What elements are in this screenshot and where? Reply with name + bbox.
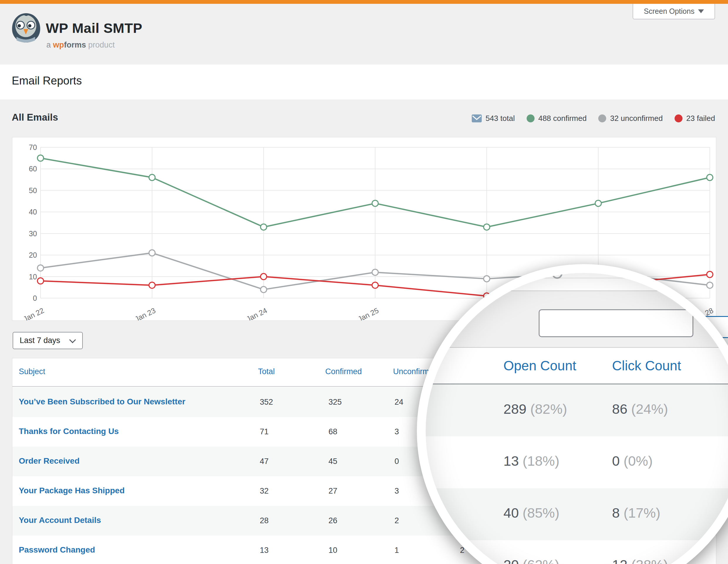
subject-link[interactable]: Your Account Details — [19, 516, 101, 525]
magnified-header-row: Open Count Click Count — [426, 348, 728, 384]
unconfirmed-data-point[interactable] — [484, 276, 490, 282]
magnified-table-row: 13 (18%)0 (0%) — [426, 436, 728, 488]
unconfirmed-data-point[interactable] — [261, 286, 267, 292]
cell-click-count: 8 (17%) — [612, 505, 660, 521]
svg-text:70: 70 — [29, 143, 37, 152]
envelope-icon — [472, 115, 482, 122]
cell-total: 71 — [260, 427, 269, 436]
cell-unconfirmed: 3 — [395, 427, 399, 436]
failed-data-point[interactable] — [707, 272, 713, 278]
unconfirmed-data-point[interactable] — [38, 265, 44, 271]
tagline-forms: forms — [64, 41, 86, 49]
confirmed-dot-icon — [527, 115, 535, 122]
subject-link[interactable]: You’ve Been Subscribed to Our Newsletter — [19, 397, 185, 406]
column-header-confirmed[interactable]: Confirmed — [325, 367, 362, 376]
column-header-subject[interactable]: Subject — [19, 367, 45, 376]
svg-text:Jan 22: Jan 22 — [22, 306, 45, 320]
cell-total: 47 — [260, 457, 269, 466]
unconfirmed-data-point[interactable] — [372, 269, 378, 275]
unconfirmed-data-point[interactable] — [707, 282, 713, 288]
search-input[interactable] — [539, 309, 693, 337]
confirmed-data-point[interactable] — [149, 174, 155, 181]
chart-legend: 543 total 488 confirmed 32 unconfirmed 2… — [472, 114, 715, 123]
svg-text:30: 30 — [29, 230, 37, 238]
confirmed-data-point[interactable] — [595, 200, 601, 206]
cell-confirmed: 27 — [328, 486, 337, 496]
subject-link[interactable]: Password Changed — [19, 545, 95, 555]
column-header-click-count[interactable]: Click Count — [612, 358, 681, 373]
magnified-table-row: 289 (82%)86 (24%) — [426, 384, 728, 436]
chevron-down-icon — [698, 9, 704, 13]
svg-text:Jan 23: Jan 23 — [133, 306, 157, 320]
brand-top-bar — [0, 0, 728, 4]
failed-data-point[interactable] — [38, 278, 44, 284]
tagline-wp: wp — [53, 41, 64, 49]
cell-open-count: 40 (85%) — [503, 505, 560, 521]
cell-unconfirmed: 2 — [395, 516, 399, 525]
legend-confirmed-label: 488 confirmed — [538, 114, 587, 123]
svg-text:60: 60 — [29, 165, 37, 173]
subject-link[interactable]: Order Received — [19, 456, 80, 466]
confirmed-data-point[interactable] — [707, 174, 713, 181]
confirmed-data-point[interactable] — [484, 224, 490, 230]
date-range-value: Last 7 days — [20, 336, 60, 345]
cell-confirmed: 325 — [328, 398, 342, 407]
cell-click-count: 86 (24%) — [612, 401, 668, 417]
column-header-total[interactable]: Total — [258, 367, 275, 376]
legend-failed: 23 failed — [675, 114, 715, 123]
legend-total-label: 543 total — [486, 114, 515, 123]
cell-confirmed: 10 — [328, 546, 337, 555]
cell-confirmed: 45 — [328, 457, 337, 466]
cell-unconfirmed: 1 — [395, 546, 399, 555]
date-range-select[interactable]: Last 7 days — [13, 332, 83, 349]
cell-confirmed: 26 — [328, 516, 337, 525]
svg-text:40: 40 — [29, 208, 37, 216]
cell-unconfirmed: 3 — [395, 486, 399, 496]
cell-open-count: 289 (82%) — [503, 401, 567, 417]
cell-click-count: 12 (38%) — [612, 557, 668, 564]
app-title: WP Mail SMTP — [46, 20, 142, 36]
svg-text:20: 20 — [29, 251, 37, 259]
cell-confirmed: 68 — [328, 427, 337, 436]
legend-unconfirmed-label: 32 unconfirmed — [610, 114, 663, 123]
cell-unconfirmed: 24 — [395, 398, 403, 407]
subject-link[interactable]: Thanks for Contacting Us — [19, 427, 119, 436]
svg-text:10: 10 — [29, 273, 37, 281]
svg-text:50: 50 — [29, 186, 37, 195]
svg-text:Jan 24: Jan 24 — [245, 306, 268, 320]
chevron-down-icon — [69, 336, 76, 343]
legend-total: 543 total — [472, 114, 515, 123]
cell-open-count: 20 (62%) — [503, 557, 560, 564]
magnified-rows: 289 (82%)86 (24%)13 (18%)0 (0%)40 (85%)8… — [426, 384, 728, 564]
section-title: All Emails — [12, 112, 58, 123]
page-title-band: Email Reports — [0, 65, 728, 100]
failed-data-point[interactable] — [149, 282, 155, 288]
confirmed-data-point[interactable] — [372, 200, 378, 206]
svg-text:Jan 25: Jan 25 — [356, 306, 380, 320]
unconfirmed-dot-icon — [598, 115, 606, 122]
failed-data-point[interactable] — [372, 282, 378, 288]
cell-open-count: 13 (18%) — [503, 453, 560, 469]
page-title: Email Reports — [12, 75, 82, 87]
screen-options-button[interactable]: Screen Options — [633, 4, 715, 19]
screen-options-label: Screen Options — [644, 7, 694, 16]
failed-dot-icon — [675, 115, 683, 122]
magnified-data-point — [552, 268, 562, 279]
confirmed-data-point[interactable] — [261, 224, 267, 230]
subject-link[interactable]: Your Package Has Shipped — [19, 486, 125, 495]
magnified-table-row: 40 (85%)8 (17%) — [426, 488, 728, 540]
magnifier-content: Open Count Click Count 289 (82%)86 (24%)… — [426, 273, 728, 564]
tagline-a: a — [46, 41, 51, 49]
app-header: WP Mail SMTP a wpforms product — [0, 4, 728, 65]
legend-failed-label: 23 failed — [686, 114, 715, 123]
confirmed-data-point[interactable] — [38, 155, 44, 161]
legend-confirmed: 488 confirmed — [527, 114, 587, 123]
wp-mail-smtp-pigeon-logo — [11, 13, 41, 43]
unconfirmed-data-point[interactable] — [149, 250, 155, 256]
cell-click-count: 0 (0%) — [612, 453, 653, 469]
legend-unconfirmed: 32 unconfirmed — [598, 114, 663, 123]
column-header-open-count[interactable]: Open Count — [503, 358, 576, 373]
app-tagline: a wpforms product — [46, 41, 115, 50]
failed-data-point[interactable] — [261, 274, 267, 280]
cell-total: 13 — [260, 546, 269, 555]
